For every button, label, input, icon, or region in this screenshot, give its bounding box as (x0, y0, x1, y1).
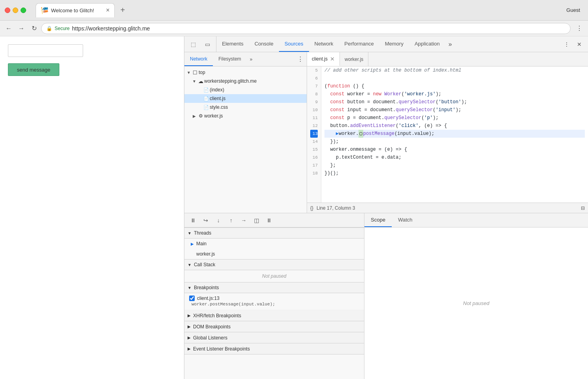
threads-arrow-icon: ▼ (188, 231, 192, 235)
maximize-window-button[interactable] (21, 8, 26, 13)
dom-breakpoints-label: DOM Breakpoints (193, 324, 231, 330)
code-line-12: button.addEventListener('click', (e) => … (324, 122, 585, 130)
fp-tab-network[interactable]: Network (184, 52, 213, 66)
devtools-menu-button[interactable]: ⋮ (561, 39, 572, 50)
thread-item-workerjs[interactable]: ▶ worker.js (184, 249, 364, 259)
tree-label-stylecss: style.css (210, 104, 228, 110)
threads-section-header[interactable]: ▼ Threads (184, 227, 364, 239)
line-num-7: 7 (310, 82, 318, 90)
code-line-7: (function () { (324, 82, 585, 90)
file-icon: 📄 (203, 87, 210, 93)
debugger-toolbar: ⏸ ↪ ↓ ↑ → ◫ ⏸ (184, 213, 364, 227)
breakpoints-section-header[interactable]: ▼ Breakpoints (184, 282, 364, 293)
forward-button[interactable]: → (16, 23, 27, 34)
device-toolbar-button[interactable]: ▭ (202, 39, 213, 50)
message-input[interactable] (8, 44, 83, 57)
status-bar-right-icon: ⊟ (581, 205, 585, 211)
line-numbers: 5 6 7 8 9 10 11 12 13 14 15 16 1 (307, 66, 321, 203)
line-num-18: 18 (310, 169, 318, 177)
code-line-16: p.textContent = e.data; (324, 153, 585, 161)
tree-item-workerjs[interactable]: ▶ ⚙ worker.js (184, 112, 307, 120)
global-listeners-section[interactable]: ▶ Global Listeners (184, 332, 364, 343)
tree-item-clientjs[interactable]: 📄 client.js (184, 94, 307, 103)
breakpoint-checkbox[interactable] (189, 296, 195, 301)
fp-tab-filesystem[interactable]: Filesystem (213, 52, 247, 66)
step-over-button[interactable]: ↪ (200, 215, 211, 226)
code-tab-workerjs-label: worker.js (345, 57, 363, 62)
code-tab-clientjs[interactable]: client.js ✕ (307, 52, 340, 66)
code-tab-workerjs[interactable]: worker.js (340, 52, 368, 66)
tree-item-top[interactable]: ▼ ☐ top (184, 68, 307, 77)
thread-item-main[interactable]: ▶ Main (184, 239, 364, 249)
browser-tab-active[interactable]: 🎏 Welcome to Glitch! × (36, 3, 115, 17)
line-num-17: 17 (310, 161, 318, 169)
debugger-panel: ⏸ ↪ ↓ ↑ → ◫ ⏸ ▼ Threads (184, 213, 364, 379)
tab-close-button[interactable]: × (106, 7, 110, 14)
code-tab-clientjs-close[interactable]: ✕ (330, 56, 335, 62)
more-options-button[interactable]: ⋮ (574, 23, 585, 34)
devtools-bottom: ⏸ ↪ ↓ ↑ → ◫ ⏸ ▼ Threads (184, 213, 588, 379)
tab-title: Welcome to Glitch! (51, 8, 104, 13)
fp-tab-more[interactable]: » (247, 52, 256, 66)
send-message-button[interactable]: send message (8, 63, 59, 76)
page-content: send message ⬚ ▭ Elements Console Source… (0, 36, 588, 379)
tree-label-clientjs: client.js (210, 96, 226, 101)
new-tab-button[interactable]: + (116, 4, 129, 17)
line-num-13[interactable]: 13 (310, 130, 318, 138)
code-content[interactable]: // add other scripts at the bottom of in… (321, 66, 588, 203)
event-listener-breakpoints-section[interactable]: ▶ Event Listener Breakpoints (184, 343, 364, 354)
tab-application[interactable]: Application (409, 36, 446, 52)
code-line-8: const worker = new Worker('worker.js'); (324, 90, 585, 98)
breakpoint-code: worker.postMessage(input.value); (189, 301, 359, 307)
reload-button[interactable]: ↻ (28, 23, 40, 34)
line-num-16: 16 (310, 153, 318, 161)
inspect-element-button[interactable]: ⬚ (188, 39, 199, 50)
pause-resume-button[interactable]: ⏸ (188, 215, 199, 226)
minimize-window-button[interactable] (13, 8, 18, 13)
devtools-actions: ⋮ ✕ (558, 36, 588, 52)
dom-arrow-icon: ▶ (188, 324, 191, 329)
deactivate-breakpoints-button[interactable]: ◫ (251, 215, 262, 226)
threads-label: Threads (194, 230, 211, 236)
tab-elements[interactable]: Elements (216, 36, 249, 52)
global-arrow-icon: ▶ (188, 335, 191, 340)
code-line-17: }; (324, 161, 585, 169)
tab-performance[interactable]: Performance (339, 36, 379, 52)
tab-console[interactable]: Console (249, 36, 279, 52)
devtools-panel: ⬚ ▭ Elements Console Sources Network Per… (184, 36, 588, 379)
css-file-icon: 📄 (203, 105, 210, 110)
file-panel-tabs: Network Filesystem » ⋮ (184, 52, 307, 66)
more-tabs-button[interactable]: » (445, 36, 455, 52)
scope-tab-scope[interactable]: Scope (364, 213, 392, 227)
tab-memory[interactable]: Memory (379, 36, 409, 52)
address-bar[interactable]: 🔒 Secure https://workerstepping.glitch.m… (41, 23, 571, 34)
back-button[interactable]: ← (3, 23, 14, 34)
call-stack-section-header[interactable]: ▼ Call Stack (184, 259, 364, 270)
call-stack-label: Call Stack (194, 262, 215, 267)
folder-icon: ☐ (192, 70, 199, 76)
tree-item-domain[interactable]: ▼ ☁ workerstepping.glitch.me (184, 77, 307, 85)
browser-window: 🎏 Welcome to Glitch! × + Guest ← → ↻ 🔒 S… (0, 0, 588, 379)
close-window-button[interactable] (5, 8, 10, 13)
tab-favicon-icon: 🎏 (41, 7, 49, 14)
step-button[interactable]: → (238, 215, 249, 226)
tree-item-stylecss[interactable]: 📄 style.css (184, 103, 307, 112)
thread-inactive-icon: ▶ (191, 252, 194, 256)
xhr-breakpoints-section[interactable]: ▶ XHR/fetch Breakpoints (184, 310, 364, 321)
curly-braces-icon: {} (310, 205, 313, 211)
step-out-button[interactable]: ↑ (226, 215, 237, 226)
dom-breakpoints-section[interactable]: ▶ DOM Breakpoints (184, 321, 364, 332)
step-into-button[interactable]: ↓ (213, 215, 224, 226)
js-file-icon: 📄 (203, 96, 210, 101)
close-devtools-button[interactable]: ✕ (574, 39, 585, 50)
fp-menu-button[interactable]: ⋮ (294, 52, 307, 66)
line-num-6: 6 (310, 74, 318, 82)
tree-item-index[interactable]: 📄 (index) (184, 85, 307, 94)
cloud-icon: ☁ (197, 78, 204, 84)
thread-active-icon: ▶ (191, 242, 194, 246)
tab-network[interactable]: Network (309, 36, 339, 52)
tab-sources[interactable]: Sources (279, 36, 309, 52)
pause-on-exceptions-button[interactable]: ⏸ (264, 215, 275, 226)
scope-tab-watch[interactable]: Watch (392, 213, 419, 227)
devtools-icon-bar: ⬚ ▭ (184, 36, 216, 52)
